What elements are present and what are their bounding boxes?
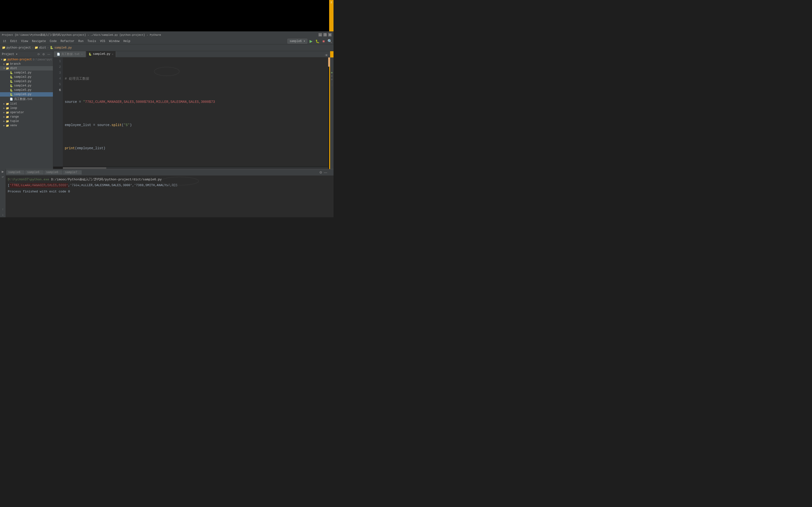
right-gutter-dot2 (331, 75, 333, 77)
arrow-icon: ▶ (3, 120, 6, 123)
arrow-icon: ▶ (3, 62, 6, 65)
print-paren: ( (75, 145, 77, 151)
terminal-args: D:/imooc/Python基础入门/源代码/python-project/d… (51, 178, 162, 181)
breadcrumb-file[interactable]: sample6.py (54, 46, 72, 50)
sidebar-item-label: sample6.py (14, 93, 32, 96)
comment-text: # 处理员工数据 (65, 76, 89, 81)
sidebar-item-list[interactable]: ▶ 📁 list (0, 102, 53, 106)
folder-icon: 📁 (6, 124, 9, 127)
terminal-tab-label: sample6 (27, 171, 39, 174)
menu-refactor[interactable]: Code (48, 39, 59, 44)
tab-employees[interactable]: 📄 员工数据.txt ✕ (54, 51, 85, 57)
minimize-button[interactable]: — (318, 33, 322, 37)
terminal-minimize-button[interactable]: — (324, 170, 327, 174)
python-file-icon: 🐍 (10, 75, 13, 79)
split-arg-quote: " (124, 122, 126, 128)
folder-icon: 📁 (6, 107, 9, 110)
array-item-2: '7934,MILLER,SALESMAN,SALES,3000' (70, 183, 132, 188)
terminal-tab-sample6-1[interactable]: sample6 ✕ (6, 170, 24, 175)
menu-vcs[interactable]: Tools (86, 39, 98, 44)
terminal-tab-close[interactable]: ✕ (59, 171, 61, 174)
preview-toggle-button[interactable]: 👁 (325, 53, 328, 57)
sidebar-item-sample1[interactable]: 🐍 sample1.py (0, 70, 53, 75)
folder-icon: 📁 (6, 67, 9, 70)
terminal-tab-close[interactable]: ✕ (78, 171, 80, 174)
sidebar-item-sample3[interactable]: 🐍 sample3.py (0, 79, 53, 83)
menu-run[interactable]: Refactor (58, 39, 77, 44)
sidebar-project-label: Project ▾ (2, 52, 18, 56)
sidebar-item-label: list (10, 102, 17, 106)
split-arg-dollar: $ (126, 122, 128, 128)
sidebar-item-python-project[interactable]: ▼ 📁 python-project D:\imooc\pyt (0, 57, 53, 62)
tab-close-icon[interactable]: ✕ (112, 53, 113, 56)
sidebar-item-dict[interactable]: ▼ 📁 dict (0, 66, 53, 70)
sidebar-item-range[interactable]: ▶ 📁 range (0, 115, 53, 119)
bracket-open: [ (8, 183, 10, 188)
terminal-scroll-up-btn[interactable]: ↑ (2, 208, 4, 211)
sidebar-item-sample2[interactable]: 🐍 sample2.py (0, 75, 53, 79)
debug-button[interactable]: 🐛 (315, 39, 320, 44)
sidebar-item-label: dict (10, 67, 17, 70)
tab-close-icon[interactable]: ✕ (81, 53, 83, 56)
sidebar-item-sample6[interactable]: 🐍 sample6.py (0, 92, 53, 97)
terminal-command: D:\Python37\python.exe D:/imooc/Python基础… (8, 177, 332, 182)
sidebar-item-sample4[interactable]: 🐍 sample4.py (0, 83, 53, 88)
close-button[interactable]: ✕ (328, 33, 332, 37)
sidebar-gear-button[interactable]: ⚙ (42, 52, 46, 56)
stop-button[interactable]: ■ (321, 39, 326, 44)
exit-text: Process finished with exit code 0 (8, 190, 70, 193)
restore-button[interactable]: ❐ (323, 33, 327, 37)
sidebar-item-label: python-project (7, 58, 32, 61)
comma-2: , (132, 183, 134, 188)
sidebar-item-label: sample4.py (14, 84, 32, 88)
sidebar-item-venv[interactable]: ▶ 📁 venv (0, 123, 53, 128)
code-line-3: employee_list = source . split ( "$" ) (65, 122, 326, 128)
data-str-content: 7782,CLARK,MANAGER,SALES,5000$7934,MILLE… (85, 99, 215, 105)
menu-code[interactable]: Navigate (30, 39, 48, 44)
sidebar-item-tuple[interactable]: ▶ 📁 tuple (0, 119, 53, 123)
run-button[interactable]: ▶ (308, 39, 314, 44)
quote-open: " (83, 99, 85, 105)
sidebar-item-label: operator (10, 111, 24, 114)
tab-sample6[interactable]: 🐍 sample6.py ✕ (86, 51, 116, 57)
terminal-tab-sample6-3[interactable]: sample6 ✕ (44, 170, 63, 175)
terminal-run-icon-btn[interactable]: ▶ (2, 170, 4, 173)
print-arg: employee_list (77, 145, 103, 151)
folder-icon: 📁 (6, 120, 9, 123)
menu-tools[interactable]: Run (77, 39, 86, 44)
search-button[interactable]: 🔍 (327, 39, 333, 44)
var-source-ref: source (97, 122, 109, 128)
line-num-6: 6 (53, 88, 61, 93)
sidebar-item-branch[interactable]: ▶ 📁 branch (0, 62, 53, 66)
menu-view[interactable]: Edit (8, 39, 19, 44)
terminal-tab-close[interactable]: ✕ (40, 171, 42, 174)
terminal-tab-sample6-2[interactable]: sample6 ✕ (25, 170, 44, 175)
terminal-tab-sample7[interactable]: sample7 ✕ (63, 170, 82, 175)
terminal-tab-close[interactable]: ✕ (21, 171, 23, 174)
sidebar-minimize-button[interactable]: — (47, 52, 51, 56)
fn-print: print (65, 145, 75, 151)
sidebar-item-label: venv (10, 124, 17, 127)
txt-tab-icon: 📄 (57, 53, 60, 56)
menu-navigate[interactable]: View (19, 39, 30, 44)
menu-window[interactable]: VCS (98, 39, 107, 44)
sidebar-item-sample5[interactable]: 🐍 sample5.py (0, 88, 53, 92)
menu-help[interactable]: Window (107, 39, 121, 44)
sidebar-item-loop[interactable]: ▶ 📁 loop (0, 106, 53, 110)
folder-icon: 📁 (6, 115, 9, 119)
breadcrumb-project[interactable]: python-project (6, 46, 31, 50)
menu-edit[interactable]: it (1, 39, 8, 44)
run-config-name[interactable]: sample6 ▾ (287, 39, 307, 44)
terminal-settings-button[interactable]: ⚙ (319, 170, 322, 174)
terminal-path: D:\Python37\python.exe (8, 178, 49, 181)
sidebar-item-operator[interactable]: ▶ 📁 operator (0, 110, 53, 115)
code-line-1: # 处理员工数据 (65, 76, 326, 81)
terminal-wrap-icon-btn[interactable]: ↵ (2, 175, 4, 179)
breadcrumb-dict[interactable]: dict (39, 46, 46, 50)
sidebar-item-employees-txt[interactable]: 📄 员工数据.txt (0, 97, 53, 102)
scrollbar-thumb[interactable] (63, 167, 106, 169)
folder-icon: 📁 (3, 58, 6, 61)
menu-extra[interactable]: Help (121, 39, 133, 44)
terminal-scroll-down-btn[interactable]: ↓ (2, 213, 4, 216)
sidebar-sync-button[interactable]: ⟳ (37, 52, 41, 56)
